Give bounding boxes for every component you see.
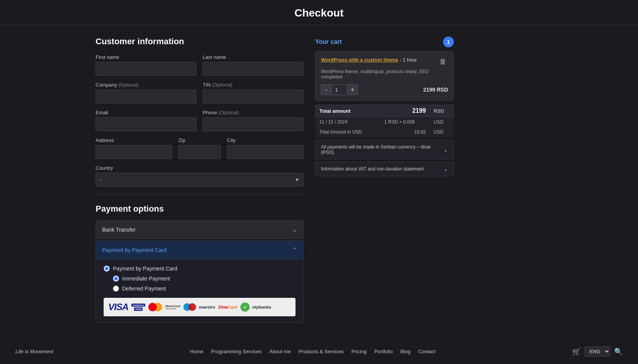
- footer-nav-about[interactable]: About me: [269, 349, 291, 354]
- email-label: Email: [96, 110, 196, 115]
- mastercard-securecode-logo: MasterCard SecureCode: [165, 301, 180, 313]
- first-name-label: First name: [96, 54, 196, 60]
- vat-info-block[interactable]: Information about VAT and non-taxation s…: [315, 162, 454, 176]
- qty-input[interactable]: [332, 84, 347, 95]
- first-name-group: First name: [96, 54, 196, 76]
- country-select[interactable]: -: [96, 173, 304, 187]
- qty-decrease-button[interactable]: -: [321, 84, 332, 95]
- immediate-payment-radio[interactable]: [113, 276, 119, 282]
- city-input[interactable]: [227, 145, 304, 159]
- footer-nav-pricing[interactable]: Pricing: [351, 349, 367, 354]
- footer-nav: Home Programming Services About me Produ…: [190, 349, 435, 354]
- vat-info-chevron-icon: ⌄: [443, 166, 448, 172]
- zip-group: Zip: [178, 137, 221, 159]
- last-name-input[interactable]: [203, 62, 304, 76]
- verified-visa-logo: Verified by VISA: [131, 301, 145, 313]
- footer-right: 🛒 ENG 🔍: [572, 346, 623, 357]
- footer-nav-home[interactable]: Home: [190, 349, 203, 354]
- address-label: Address: [96, 137, 172, 143]
- payment-radio-group: Payment by Payment Card Immediate Paymen…: [104, 265, 295, 292]
- company-group: Company (Optional): [96, 82, 196, 104]
- zip-input[interactable]: [178, 145, 221, 159]
- qty-increase-button[interactable]: +: [347, 84, 358, 95]
- city-label: City: [227, 137, 304, 143]
- footer-nav-portfolio[interactable]: Portfolio: [374, 349, 393, 354]
- page-header: Checkout: [0, 0, 638, 25]
- phone-label: Phone (Optional): [203, 110, 304, 115]
- item-price: 2199 RSD: [423, 87, 448, 93]
- bank-transfer-header[interactable]: Bank Transfer ⌄: [96, 220, 303, 239]
- usd-total-label: Total Amount in USD: [316, 127, 381, 137]
- exchange-rate: 1 RSD = 0.009: [380, 117, 430, 127]
- search-icon[interactable]: 🔍: [614, 347, 623, 356]
- tin-group: TIN (Optional): [203, 82, 304, 104]
- total-label: Total amount: [316, 105, 381, 117]
- zip-label: Zip: [178, 137, 221, 143]
- payment-card-radio[interactable]: [104, 265, 110, 272]
- tin-label: TIN (Optional): [203, 82, 304, 88]
- footer-nav-contact[interactable]: Contact: [418, 349, 435, 354]
- dinacard-logo: DinaCard: [218, 301, 237, 313]
- bank-transfer-block: Bank Transfer ⌄: [96, 220, 304, 239]
- tin-input[interactable]: [203, 90, 304, 104]
- payment-card-radio-item[interactable]: Payment by Payment Card: [104, 265, 295, 272]
- company-tin-row: Company (Optional) TIN (Optional): [96, 82, 304, 104]
- company-label: Company (Optional): [96, 82, 196, 88]
- country-row: Country - ▼: [96, 165, 304, 187]
- cart-icon[interactable]: 🛒: [572, 347, 581, 356]
- usd-currency: USD: [430, 127, 454, 137]
- email-input[interactable]: [96, 117, 196, 131]
- footer-nav-products[interactable]: Products & Services: [299, 349, 344, 354]
- email-group: Email: [96, 110, 196, 131]
- cart-item-top: WordPress with a custom theme - 1 hour 🗑: [321, 57, 448, 67]
- right-column: Your cart 1 WordPress with a custom them…: [315, 37, 454, 324]
- exchange-row: 11 / 15 / 2024 1 RSD = 0.009 USD: [316, 117, 454, 127]
- immediate-payment-radio-item[interactable]: Immediate Payment: [104, 276, 295, 282]
- footer-nav-blog[interactable]: Blog: [400, 349, 410, 354]
- name-row: First name Last name: [96, 54, 304, 76]
- address-input[interactable]: [96, 145, 172, 159]
- currency-info-text: All payments will be made in Serbian cur…: [321, 144, 443, 155]
- country-group: Country - ▼: [96, 165, 304, 187]
- immediate-payment-label: Immediate Payment: [122, 276, 170, 282]
- first-name-input[interactable]: [96, 62, 196, 76]
- currency-info-block[interactable]: All payments will be made in Serbian cur…: [315, 140, 454, 159]
- visa-logo: VISA: [108, 301, 128, 313]
- delete-item-button[interactable]: 🗑: [438, 57, 448, 67]
- payment-card-body: Payment by Payment Card Immediate Paymen…: [96, 259, 303, 322]
- customer-info-title: Customer information: [96, 37, 304, 47]
- mastercard-logo: [148, 301, 162, 313]
- language-select[interactable]: ENG: [584, 346, 610, 357]
- total-currency: RSD: [430, 105, 454, 117]
- last-name-group: Last name: [203, 54, 304, 76]
- cart-item-desc: WordPress theme, multilingual, products …: [321, 69, 448, 80]
- footer-brand: Life is Movement: [15, 349, 53, 354]
- company-input[interactable]: [96, 90, 196, 104]
- totals-table: Total amount 2199 RSD 11 / 15 / 2024 1 R…: [315, 105, 454, 137]
- exchange-rate-currency: USD: [430, 117, 454, 127]
- vat-info-text: Information about VAT and non-taxation s…: [321, 166, 424, 172]
- usd-total-row: Total Amount in USD 19.82 USD: [316, 127, 454, 137]
- phone-input[interactable]: [203, 117, 304, 131]
- deferred-payment-radio[interactable]: [113, 286, 119, 292]
- card-logos-area: VISA Verified by VISA: [104, 298, 295, 316]
- cart-item-name-link[interactable]: WordPress with a custom theme: [321, 57, 398, 63]
- otp-banka-logo: otpbanka: [240, 301, 271, 313]
- address-group: Address: [96, 137, 172, 159]
- country-select-wrapper: - ▼: [96, 173, 304, 187]
- city-group: City: [227, 137, 304, 159]
- payment-card-chevron-icon: ⌃: [292, 246, 297, 254]
- total-row: Total amount 2199 RSD: [316, 105, 454, 117]
- footer-nav-programming[interactable]: Programming Services: [211, 349, 262, 354]
- left-column: Customer information First name Last nam…: [96, 37, 304, 324]
- currency-info-chevron-icon: ⌄: [443, 147, 448, 153]
- deferred-payment-radio-item[interactable]: Deferred Payment: [104, 286, 295, 292]
- address-row: Address Zip City: [96, 137, 304, 159]
- quantity-controls: - +: [321, 84, 358, 95]
- payment-card-radio-label: Payment by Payment Card: [113, 265, 177, 272]
- payment-card-header[interactable]: Payment by Payment Card ⌃: [96, 241, 303, 259]
- cart-item-controls: - + 2199 RSD: [321, 84, 448, 95]
- payment-card-header-label: Payment by Payment Card: [102, 247, 166, 253]
- deferred-payment-label: Deferred Payment: [122, 286, 166, 292]
- payment-card-block: Payment by Payment Card ⌃ Payment by Pay…: [96, 240, 304, 323]
